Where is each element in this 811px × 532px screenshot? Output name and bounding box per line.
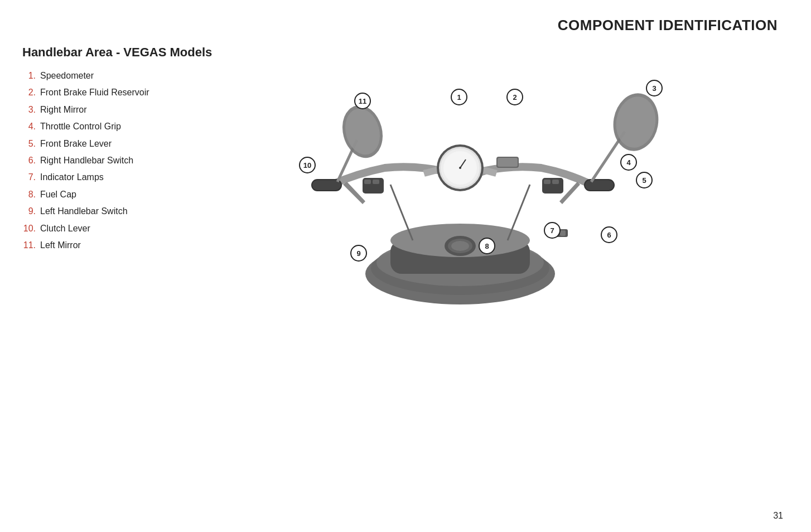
section-title: Handlebar Area - VEGAS Models (22, 45, 234, 60)
list-item: 5.Front Brake Lever (22, 138, 234, 150)
svg-rect-23 (498, 158, 518, 167)
diagram-container: 11 1 2 3 4 5 6 7 8 9 10 (245, 40, 680, 307)
callout-9: 9 (350, 245, 367, 262)
callout-3: 3 (646, 80, 663, 96)
list-item: 11.Left Mirror (22, 239, 234, 252)
callout-8: 8 (479, 238, 495, 254)
callout-1: 1 (451, 89, 467, 105)
callout-7: 7 (544, 222, 561, 239)
list-item: 7.Indicator Lamps (22, 171, 234, 183)
callout-10: 10 (299, 157, 316, 173)
svg-rect-28 (544, 180, 551, 184)
svg-point-32 (451, 241, 469, 251)
list-item: 10.Clutch Lever (22, 223, 234, 235)
svg-rect-29 (552, 180, 559, 184)
svg-rect-25 (364, 180, 371, 184)
callout-4: 4 (620, 154, 637, 171)
callout-2: 2 (506, 89, 523, 105)
list-item: 9.Left Handlebar Switch (22, 205, 234, 217)
svg-rect-26 (373, 180, 379, 184)
list-item: 3.Right Mirror (22, 104, 234, 116)
list-item: 4.Throttle Control Grip (22, 120, 234, 133)
component-list: 1.Speedometer2.Front Brake Fluid Reservo… (22, 70, 234, 252)
callout-5: 5 (636, 172, 653, 188)
page-number: 31 (773, 511, 783, 521)
svg-rect-9 (585, 180, 614, 190)
list-item: 2.Front Brake Fluid Reservoir (22, 86, 234, 99)
svg-rect-35 (560, 230, 566, 236)
callout-11: 11 (354, 93, 371, 109)
list-item: 1.Speedometer (22, 70, 234, 82)
callout-6: 6 (601, 226, 617, 243)
list-item: 6.Right Handlebar Switch (22, 154, 234, 167)
svg-rect-7 (312, 180, 341, 190)
list-item: 8.Fuel Cap (22, 188, 234, 201)
